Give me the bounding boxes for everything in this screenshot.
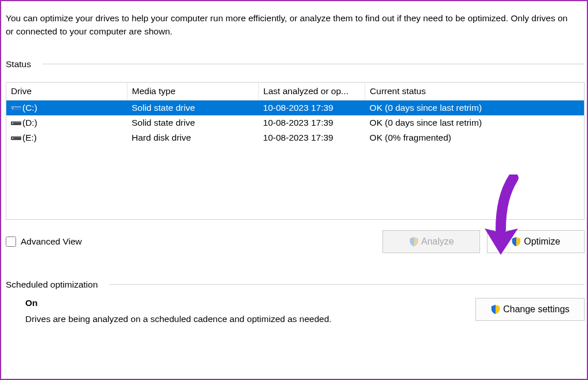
drive-media: Hard disk drive — [127, 130, 258, 145]
advanced-view-label: Advanced View — [21, 236, 82, 247]
scheduled-header-row: Scheduled optimization — [6, 280, 585, 290]
change-settings-button[interactable]: Change settings — [475, 298, 585, 321]
intro-text: You can optimize your drives to help you… — [6, 11, 585, 38]
drive-icon — [11, 104, 21, 111]
scheduled-desc: Drives are being analyzed on a scheduled… — [25, 314, 469, 324]
drive-status: OK (0 days since last retrim) — [365, 100, 584, 115]
controls-row: Advanced View Analyze Optimize — [6, 230, 585, 253]
table-row[interactable]: (D:)Solid state drive10-08-2023 17:39OK … — [6, 115, 584, 130]
advanced-view-input[interactable] — [6, 236, 16, 247]
drive-last: 10-08-2023 17:39 — [258, 100, 365, 115]
svg-rect-1 — [11, 106, 21, 107]
col-current-status[interactable]: Current status — [365, 83, 584, 100]
table-header-row: Drive Media type Last analyzed or op... … — [6, 83, 584, 100]
drive-icon — [11, 134, 21, 141]
svg-rect-8 — [12, 138, 13, 139]
drive-icon — [11, 119, 21, 126]
status-header-row: Status — [6, 59, 585, 69]
drive-label: (C:) — [22, 103, 37, 113]
drive-last: 10-08-2023 17:39 — [258, 130, 365, 145]
shield-icon — [511, 236, 521, 247]
col-drive[interactable]: Drive — [6, 83, 127, 100]
drive-media: Solid state drive — [127, 100, 258, 115]
table-row[interactable]: (C:)Solid state drive10-08-2023 17:39OK … — [6, 100, 584, 115]
advanced-view-checkbox[interactable]: Advanced View — [6, 236, 82, 247]
svg-rect-4 — [11, 121, 21, 122]
shield-icon — [409, 236, 419, 247]
status-header-label: Status — [6, 59, 31, 69]
col-last-analyzed[interactable]: Last analyzed or op... — [258, 83, 365, 100]
drive-label: (E:) — [22, 133, 37, 142]
svg-rect-7 — [11, 136, 21, 137]
change-settings-label: Change settings — [503, 304, 570, 315]
scheduled-section: Scheduled optimization On Drives are bei… — [6, 280, 585, 324]
divider-line — [109, 284, 585, 285]
divider-line — [42, 64, 585, 64]
analyze-label: Analyze — [421, 236, 454, 247]
drive-label: (D:) — [22, 118, 37, 127]
scheduled-header-label: Scheduled optimization — [6, 280, 98, 290]
drive-last: 10-08-2023 17:39 — [258, 115, 365, 130]
col-media-type[interactable]: Media type — [127, 83, 258, 100]
optimize-label: Optimize — [524, 236, 560, 247]
drives-table[interactable]: Drive Media type Last analyzed or op... … — [6, 83, 584, 145]
drive-media: Solid state drive — [127, 115, 258, 130]
shield-icon — [490, 304, 501, 315]
svg-rect-2 — [12, 108, 13, 109]
svg-rect-5 — [12, 123, 13, 124]
optimize-button[interactable]: Optimize — [487, 230, 585, 253]
drive-status: OK (0% fragmented) — [365, 130, 584, 145]
drive-status: OK (0 days since last retrim) — [365, 115, 584, 130]
scheduled-on-label: On — [25, 298, 469, 308]
table-row[interactable]: (E:)Hard disk drive10-08-2023 17:39OK (0… — [6, 130, 584, 145]
analyze-button: Analyze — [382, 230, 480, 253]
drives-table-wrap: Drive Media type Last analyzed or op... … — [6, 82, 585, 220]
